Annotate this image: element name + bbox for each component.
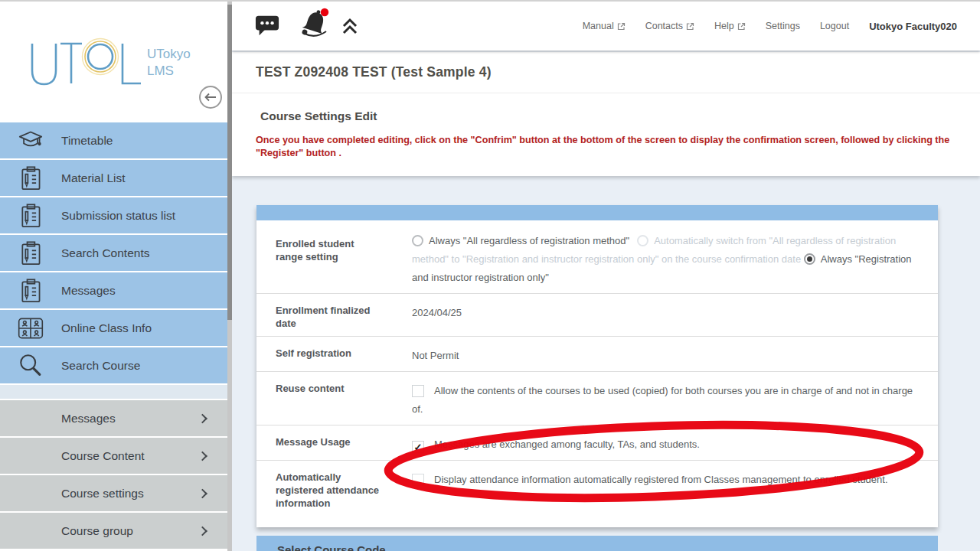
self-registration-value: Not Permit <box>412 337 938 371</box>
row-value: ✓Messages are exchanged among faculty, T… <box>412 425 938 460</box>
sidebar-scrollbar-thumb[interactable] <box>227 5 232 320</box>
sidebar-item-course-settings[interactable]: Course settings <box>0 475 227 511</box>
sidebar-scrollbar[interactable] <box>227 0 232 551</box>
sidebar-item-label: Submission status list <box>61 209 175 223</box>
table-row: Self registration Not Permit <box>256 336 938 371</box>
external-link-icon <box>686 22 694 31</box>
table-row: Automatically registered attendance info… <box>256 460 938 527</box>
sidebar-item-course-group[interactable]: Course group <box>0 513 227 549</box>
sidebar-collapse-button[interactable] <box>199 86 222 109</box>
row-label: Message Usage <box>256 425 412 460</box>
table-row: Message Usage ✓Messages are exchanged am… <box>256 425 938 460</box>
sidebar: UTokyo LMS Timetable Material List <box>0 0 227 551</box>
sidebar-item-submission-status-list[interactable]: Submission status list <box>0 197 227 233</box>
row-label: Enrollment finalized date <box>256 294 412 336</box>
contacts-link-label: Contacts <box>645 21 683 31</box>
row-value: Allow the contents of the courses to be … <box>412 372 938 425</box>
page-title: Course Settings Edit <box>260 109 980 123</box>
logo-sub-line1: UTokyo <box>147 47 191 61</box>
logout-link-label: Logout <box>820 21 849 31</box>
external-link-icon <box>737 22 746 31</box>
graduation-cap-icon <box>17 127 44 155</box>
sidebar-item-label: Timetable <box>61 134 113 148</box>
sidebar-item-label: Messages <box>61 284 116 298</box>
settings-link-label: Settings <box>766 21 800 31</box>
select-course-code-title: Select Course Code <box>256 536 938 551</box>
row-label: Reuse content <box>256 372 412 425</box>
table-row: Enrollment finalized date 2024/04/25 <box>256 293 938 336</box>
topbar-links: Manual Contacts Help Settings <box>583 2 957 51</box>
main-area: Manual Contacts Help Settings <box>232 0 980 551</box>
sidebar-item-search-contents[interactable]: Search Contents <box>0 235 227 271</box>
sidebar-item-label: Course group <box>61 524 133 538</box>
external-link-icon <box>617 22 626 31</box>
notification-bell-icon[interactable] <box>299 7 332 41</box>
checkbox-label: Allow the contents of the courses to be … <box>412 385 913 415</box>
table-header-bar <box>256 205 938 220</box>
row-value: Display attendance information automatic… <box>412 461 938 527</box>
page-header-block: TEST Z092408 TEST (Test Sample 4) Course… <box>232 52 980 176</box>
table-row: Enrolled student range setting Always "A… <box>256 220 938 293</box>
sidebar-item-material-list[interactable]: Material List <box>0 160 227 196</box>
attendance-info-checkbox[interactable] <box>412 474 424 486</box>
manual-link-label: Manual <box>583 21 614 31</box>
sidebar-item-label: Search Course <box>61 359 140 373</box>
back-arrow-icon <box>204 92 217 103</box>
window-top-border <box>0 0 980 2</box>
sidebar-item-messages-group[interactable]: Messages <box>0 400 227 436</box>
radio-option-label: Always "All regardless of registration m… <box>429 235 629 246</box>
course-title: TEST Z092408 TEST (Test Sample 4) <box>256 64 492 80</box>
people-grid-icon <box>17 315 44 342</box>
collapse-icon[interactable] <box>341 18 358 37</box>
select-course-code-header: Select Course Code <box>256 536 938 551</box>
username-label: Utokyo Faculty020 <box>869 21 957 32</box>
sidebar-item-label: Course Content <box>61 449 145 463</box>
sidebar-item-label: Material List <box>61 171 126 185</box>
sidebar-item-label: Online Class Info <box>61 321 152 335</box>
checkbox-label: Messages are exchanged among faculty, TA… <box>434 439 700 450</box>
table-body: Enrolled student range setting Always "A… <box>256 220 938 527</box>
settings-link[interactable]: Settings <box>766 21 800 31</box>
section-header: Course Settings Edit Once you have compl… <box>232 93 980 159</box>
radio-all-regardless[interactable] <box>412 235 423 246</box>
sidebar-item-course-content[interactable]: Course Content <box>0 438 227 474</box>
chat-icon[interactable] <box>255 14 279 40</box>
topbar: Manual Contacts Help Settings <box>232 2 980 51</box>
clipboard-icon <box>17 277 44 305</box>
chevron-right-icon <box>198 451 207 461</box>
sidebar-menu: Timetable Material List Submission statu… <box>0 122 227 550</box>
magnifier-icon <box>17 352 44 380</box>
row-label: Automatically registered attendance info… <box>256 461 412 527</box>
sidebar-spacer <box>0 385 227 399</box>
reuse-content-checkbox[interactable] <box>412 385 424 397</box>
row-value: Always "All regardless of registration m… <box>412 220 938 293</box>
logout-link[interactable]: Logout <box>820 21 849 31</box>
sidebar-item-label: Messages <box>61 412 116 425</box>
manual-link[interactable]: Manual <box>583 21 626 31</box>
row-label: Self registration <box>256 337 412 371</box>
clipboard-icon <box>17 202 44 230</box>
clipboard-icon <box>17 165 44 192</box>
warning-text: Once you have completed editing, click o… <box>256 134 960 159</box>
sidebar-item-messages[interactable]: Messages <box>0 272 227 308</box>
course-title-row: TEST Z092408 TEST (Test Sample 4) <box>232 52 980 93</box>
chevron-right-icon <box>198 526 207 536</box>
sidebar-item-online-class-info[interactable]: Online Class Info <box>0 310 227 346</box>
sidebar-item-search-course[interactable]: Search Course <box>0 347 227 383</box>
table-row: Reuse content Allow the contents of the … <box>256 371 938 425</box>
chevron-right-icon <box>198 413 207 423</box>
message-usage-checkbox[interactable]: ✓ <box>412 441 424 453</box>
logo-sub-line2: LMS <box>147 64 174 78</box>
chevron-right-icon <box>198 488 207 498</box>
checkbox-label: Display attendance information automatic… <box>434 474 888 485</box>
contacts-link[interactable]: Contacts <box>645 21 694 31</box>
sidebar-item-label: Search Contents <box>61 246 149 260</box>
radio-automatic-switch <box>637 235 648 246</box>
clipboard-icon <box>17 240 44 267</box>
course-settings-table: Enrolled student range setting Always "A… <box>256 205 938 527</box>
sidebar-item-label: Course settings <box>61 487 144 500</box>
help-link[interactable]: Help <box>714 21 746 31</box>
radio-registration-only[interactable] <box>804 253 815 265</box>
help-link-label: Help <box>714 21 734 31</box>
sidebar-item-timetable[interactable]: Timetable <box>0 122 227 158</box>
